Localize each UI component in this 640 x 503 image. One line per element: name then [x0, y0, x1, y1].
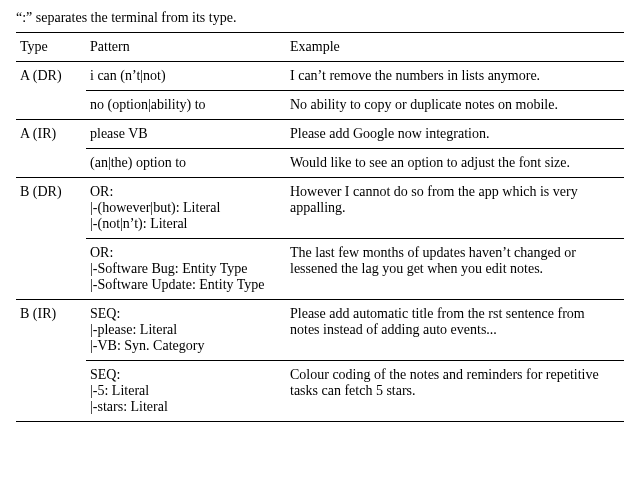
cell-example: Please add Google now integration.	[286, 120, 624, 149]
pattern-line: |-stars: Literal	[90, 399, 168, 414]
cell-pattern: please VB	[86, 120, 286, 149]
cell-type: B (DR)	[16, 178, 86, 239]
table-header-row: Type Pattern Example	[16, 33, 624, 62]
pattern-line: SEQ:	[90, 306, 120, 321]
cell-pattern: SEQ: |-5: Literal |-stars: Literal	[86, 361, 286, 422]
patterns-table: Type Pattern Example A (DR) i can (n’t|n…	[16, 32, 624, 422]
cell-example: I can’t remove the numbers in lists anym…	[286, 62, 624, 91]
cell-type: A (IR)	[16, 120, 86, 149]
pattern-line: |-Software Bug: Entity Type	[90, 261, 248, 276]
cell-example: No ability to copy or duplicate notes on…	[286, 91, 624, 120]
table-row: no (option|ability) to No ability to cop…	[16, 91, 624, 120]
pattern-line: |-(not|n’t): Literal	[90, 216, 187, 231]
table-row: A (DR) i can (n’t|not) I can’t remove th…	[16, 62, 624, 91]
pattern-line: SEQ:	[90, 367, 120, 382]
header-example: Example	[286, 33, 624, 62]
cell-type: A (DR)	[16, 62, 86, 91]
cell-example: Would like to see an option to adjust th…	[286, 149, 624, 178]
pattern-line: |-VB: Syn. Category	[90, 338, 204, 353]
cell-type	[16, 149, 86, 178]
table-row: OR: |-Software Bug: Entity Type |-Softwa…	[16, 239, 624, 300]
cell-pattern: i can (n’t|not)	[86, 62, 286, 91]
pattern-line: |-5: Literal	[90, 383, 149, 398]
table-row: SEQ: |-5: Literal |-stars: Literal Colou…	[16, 361, 624, 422]
cell-pattern: SEQ: |-please: Literal |-VB: Syn. Catego…	[86, 300, 286, 361]
pattern-line: |-Software Update: Entity Type	[90, 277, 265, 292]
cell-example: However I cannot do so from the app whic…	[286, 178, 624, 239]
cell-pattern: OR: |-Software Bug: Entity Type |-Softwa…	[86, 239, 286, 300]
pattern-line: OR:	[90, 184, 113, 199]
table-row: (an|the) option to Would like to see an …	[16, 149, 624, 178]
table-row: B (IR) SEQ: |-please: Literal |-VB: Syn.…	[16, 300, 624, 361]
cell-example: The last few months of updates haven’t c…	[286, 239, 624, 300]
pattern-line: OR:	[90, 245, 113, 260]
header-type: Type	[16, 33, 86, 62]
cell-example: Please add automatic title from the rst …	[286, 300, 624, 361]
pattern-line: |-(however|but): Literal	[90, 200, 220, 215]
cell-type	[16, 361, 86, 422]
header-pattern: Pattern	[86, 33, 286, 62]
cell-pattern: no (option|ability) to	[86, 91, 286, 120]
cell-type	[16, 239, 86, 300]
table-row: A (IR) please VB Please add Google now i…	[16, 120, 624, 149]
cell-pattern: OR: |-(however|but): Literal |-(not|n’t)…	[86, 178, 286, 239]
cell-pattern: (an|the) option to	[86, 149, 286, 178]
table-row: B (DR) OR: |-(however|but): Literal |-(n…	[16, 178, 624, 239]
caption-fragment: “:” separates the terminal from its type…	[16, 10, 624, 26]
cell-type	[16, 91, 86, 120]
pattern-line: |-please: Literal	[90, 322, 177, 337]
cell-example: Colour coding of the notes and reminders…	[286, 361, 624, 422]
cell-type: B (IR)	[16, 300, 86, 361]
